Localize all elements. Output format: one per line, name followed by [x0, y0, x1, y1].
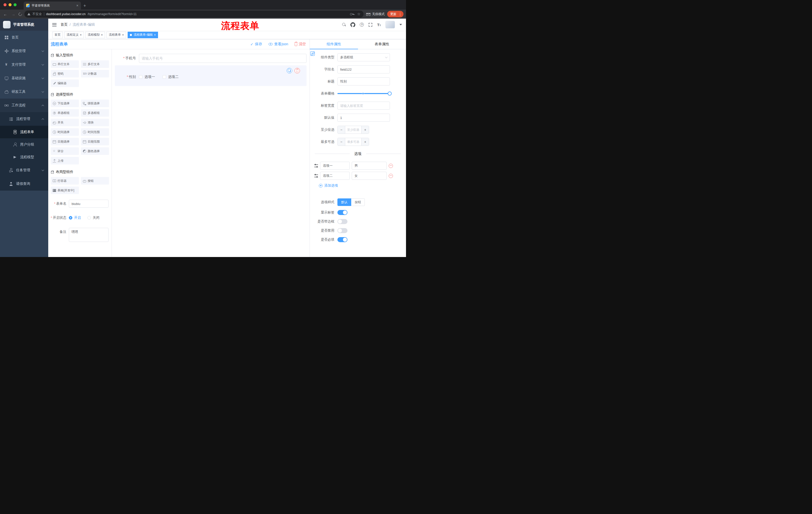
- link-icon[interactable]: [310, 51, 315, 56]
- status-on-radio[interactable]: 开启: [69, 216, 81, 220]
- breadcrumb-home[interactable]: 首页: [61, 22, 67, 27]
- sidebar-item-process-model[interactable]: 流程模型: [0, 151, 48, 163]
- label-width-input[interactable]: [338, 102, 390, 110]
- browser-tab[interactable]: 芋道管理系统: [24, 1, 81, 9]
- url-path[interactable]: /bpm/manager/form/edit?formId=11: [88, 12, 137, 16]
- palette-item-time-range[interactable]: 时间范围: [81, 128, 109, 136]
- sidebar-item-home[interactable]: 首页: [0, 31, 48, 44]
- palette-item-single-line-text[interactable]: 单行文本: [51, 60, 79, 68]
- option-2-value-input[interactable]: [352, 172, 387, 180]
- palette-item-button[interactable]: 按钮: [81, 177, 109, 185]
- tag-process-model[interactable]: 流程模型: [85, 32, 105, 38]
- bookmark-star-icon[interactable]: [357, 12, 360, 16]
- form-remark-textarea[interactable]: 嘿嘿: [69, 228, 109, 242]
- title-input[interactable]: [338, 77, 390, 85]
- palette-item-counter[interactable]: 计数器: [81, 70, 109, 77]
- slider-handle[interactable]: [388, 91, 392, 96]
- palette-item-row-container[interactable]: 行容器: [51, 177, 79, 185]
- tag-close-icon[interactable]: [122, 33, 124, 37]
- sidebar-item-process-form[interactable]: 流程表单: [0, 126, 48, 138]
- form-name-input[interactable]: [69, 200, 109, 208]
- drag-handle-icon[interactable]: [314, 174, 318, 177]
- phone-input[interactable]: [139, 54, 307, 63]
- palette-item-color-picker[interactable]: 颜色选择: [81, 147, 109, 155]
- font-size-icon[interactable]: [377, 23, 381, 27]
- avatar-caret-icon[interactable]: [400, 24, 402, 25]
- gender-option-2[interactable]: 选项二: [163, 75, 179, 79]
- palette-item-date-picker[interactable]: 日期选择: [51, 138, 79, 145]
- required-switch[interactable]: [338, 237, 347, 242]
- palette-item-editor[interactable]: 编辑器: [51, 79, 79, 87]
- tag-process-form-edit[interactable]: 流程表单-编辑: [127, 32, 158, 38]
- sidebar-item-infra[interactable]: 基础设施: [0, 72, 48, 85]
- checkbox-unchecked-icon[interactable]: [163, 75, 166, 79]
- sidebar-item-task-mgmt[interactable]: 任务管理: [0, 163, 48, 177]
- security-label[interactable]: 不安全: [32, 12, 42, 16]
- checkbox-unchecked-icon[interactable]: [139, 75, 142, 79]
- palette-item-cascader[interactable]: 级联选择: [81, 100, 109, 107]
- stepper-minus-button[interactable]: [338, 138, 345, 145]
- sidebar-item-user-group[interactable]: 用户分组: [0, 138, 48, 151]
- palette-item-multi-line-text[interactable]: 多行文本: [81, 60, 109, 68]
- tag-close-icon[interactable]: [80, 33, 82, 37]
- sidebar-item-payment[interactable]: 支付管理: [0, 58, 48, 72]
- tab-component-props[interactable]: 组件属性: [310, 39, 358, 49]
- status-off-radio[interactable]: 关闭: [87, 216, 99, 220]
- view-json-button[interactable]: 查看json: [268, 42, 288, 47]
- remove-option-icon[interactable]: [389, 164, 393, 168]
- sidebar-item-process-mgmt[interactable]: 流程管理: [0, 112, 48, 126]
- palette-item-checkbox-group[interactable]: 多选框组: [81, 109, 109, 117]
- forward-icon[interactable]: →: [10, 12, 16, 16]
- palette-item-select[interactable]: 下拉选择: [51, 100, 79, 107]
- stepper-plus-button[interactable]: [361, 126, 369, 134]
- style-default-button[interactable]: 默认: [338, 198, 351, 206]
- gender-option-1[interactable]: 选项一: [139, 75, 155, 79]
- save-button[interactable]: 保存: [250, 42, 262, 47]
- url-host[interactable]: dashboard.yudao.iocoder.cn: [46, 12, 86, 16]
- delete-widget-button[interactable]: [294, 68, 300, 74]
- max-select-input[interactable]: [345, 138, 361, 145]
- show-label-switch[interactable]: [338, 210, 347, 215]
- tab-form-props[interactable]: 表单属性: [358, 39, 406, 49]
- tab-close-icon[interactable]: [76, 3, 78, 7]
- zoom-window-button[interactable]: [13, 3, 17, 6]
- fullscreen-icon[interactable]: [368, 23, 373, 27]
- palette-item-password[interactable]: 密码: [51, 70, 79, 77]
- reload-icon[interactable]: [18, 12, 22, 16]
- browser-menu-kebab-icon[interactable]: [399, 12, 402, 16]
- slider-track[interactable]: [338, 93, 390, 94]
- new-tab-button[interactable]: [83, 3, 86, 9]
- browser-update-button[interactable]: 更新: [387, 11, 404, 17]
- tag-close-icon[interactable]: [101, 33, 103, 37]
- tag-process-form[interactable]: 流程表单: [107, 32, 126, 38]
- github-icon[interactable]: [350, 22, 355, 27]
- palette-item-table[interactable]: 表格[开发中]: [51, 187, 79, 194]
- clear-button[interactable]: 清空: [295, 42, 306, 47]
- palette-item-upload[interactable]: 上传: [51, 157, 79, 164]
- option-2-name-input[interactable]: [320, 172, 350, 180]
- option-1-name-input[interactable]: [320, 162, 350, 170]
- palette-item-slider[interactable]: 滑块: [81, 119, 109, 126]
- avatar[interactable]: [385, 21, 395, 28]
- minimize-window-button[interactable]: [8, 3, 11, 6]
- disabled-switch[interactable]: [338, 228, 347, 233]
- palette-item-switch[interactable]: 开关: [51, 119, 79, 126]
- canvas-field-gender[interactable]: 性别 选项一 选项二: [115, 65, 307, 86]
- option-1-value-input[interactable]: [352, 162, 387, 170]
- sidebar-item-workflow[interactable]: 工作流程: [0, 99, 48, 112]
- address-bar[interactable]: 不安全 dashboard.yudao.iocoder.cn /bpm/mana…: [24, 10, 364, 18]
- back-icon[interactable]: ←: [2, 12, 8, 16]
- add-option-button[interactable]: 添加选项: [319, 183, 406, 188]
- stepper-minus-button[interactable]: [338, 126, 345, 134]
- sidebar-item-system[interactable]: 系统管理: [0, 44, 48, 58]
- tag-home[interactable]: 首页: [52, 32, 63, 38]
- search-icon[interactable]: [342, 23, 346, 27]
- sidebar-logo[interactable]: 芋道管理系统: [0, 19, 48, 31]
- default-value-input[interactable]: [338, 114, 390, 122]
- copy-widget-button[interactable]: [287, 68, 292, 74]
- min-select-input[interactable]: [345, 126, 361, 134]
- remove-option-icon[interactable]: [389, 174, 393, 178]
- palette-item-radio-group[interactable]: 单选框组: [51, 109, 79, 117]
- style-button-button[interactable]: 按钮: [351, 198, 365, 206]
- sidebar-item-devtools[interactable]: 研发工具: [0, 85, 48, 99]
